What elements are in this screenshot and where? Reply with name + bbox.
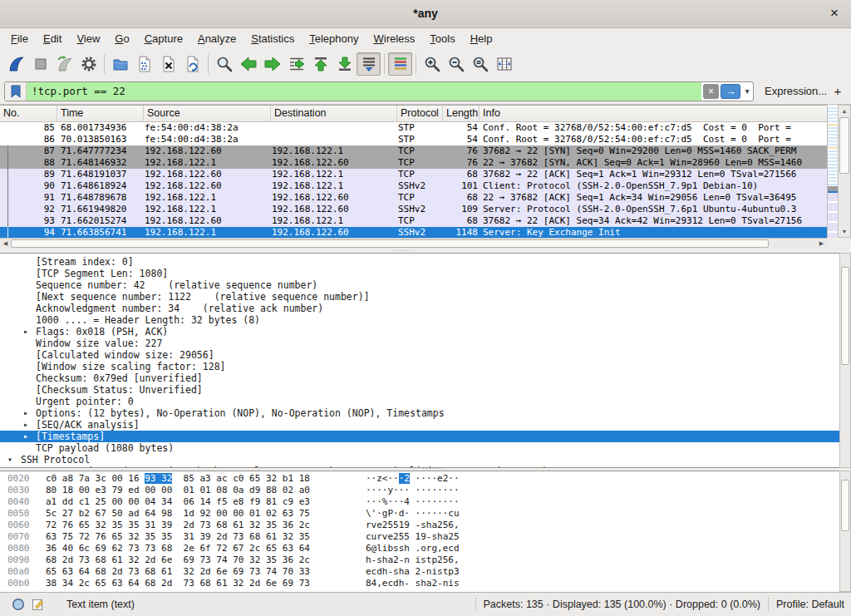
start-capture-button[interactable] <box>4 52 28 76</box>
detail-line[interactable]: Window size value: 227 <box>0 338 839 349</box>
detail-line[interactable]: SSH Version 2 (encryption:chacha20-poly1… <box>0 466 839 468</box>
goto-last-button[interactable] <box>332 52 357 76</box>
column-source[interactable]: Source <box>143 106 270 121</box>
packetlist-hscrollbar[interactable]: ◀ ▶ <box>0 238 827 249</box>
filter-dropdown-button[interactable] <box>741 82 753 101</box>
scroll-up-icon[interactable]: ▲ <box>839 106 850 116</box>
scrollbar-thumb[interactable] <box>11 239 769 248</box>
capture-options-button[interactable] <box>76 52 101 76</box>
detail-line-selected[interactable]: [Timestamps] <box>0 431 839 442</box>
expand-arrow-icon[interactable] <box>27 466 32 468</box>
expand-arrow-icon[interactable] <box>23 419 28 431</box>
autoscroll-toggle-button[interactable] <box>357 52 381 76</box>
zoom-in-button[interactable] <box>420 52 444 76</box>
expression-button[interactable]: Expression... <box>765 81 827 101</box>
open-file-button[interactable] <box>108 52 132 76</box>
reload-file-button[interactable] <box>180 52 204 76</box>
detail-line[interactable]: SSH Protocol <box>0 454 839 466</box>
detail-line[interactable]: [Stream index: 0] <box>0 256 839 268</box>
packet-row[interactable]: 8568.001734936fe:54:00:d4:38:2aSTP54Conf… <box>0 122 827 134</box>
detail-line[interactable]: 1000 .... = Header Length: 32 bytes (8) <box>0 314 839 326</box>
packetlist-vscrollbar[interactable]: ▲ ▼ <box>838 105 851 238</box>
hex-row[interactable]: 0020c0 a8 7a 3c 00 16 93 32 85 a3 ac c0 … <box>0 473 839 485</box>
hex-vscrollbar[interactable] <box>839 471 851 592</box>
menu-file[interactable]: File <box>3 30 36 48</box>
menu-tools[interactable]: Tools <box>422 30 462 48</box>
packet-row[interactable]: 9271.661949820192.168.122.1192.168.122.6… <box>0 204 827 215</box>
hex-row[interactable]: 00a065 63 64 68 2d 73 68 61 32 2d 6e 69 … <box>0 566 839 578</box>
packet-row[interactable]: 8771.647777234192.168.122.60192.168.122.… <box>0 145 827 157</box>
colorize-toggle-button[interactable] <box>388 52 412 76</box>
menu-go[interactable]: Go <box>107 30 136 48</box>
hex-row[interactable]: 0040a1 dd c1 25 00 00 04 34 06 14 f5 e8 … <box>0 496 839 508</box>
packet-row[interactable]: 9071.648618924192.168.122.60192.168.122.… <box>0 180 827 192</box>
display-filter-input[interactable]: !tcp.port == 22 <box>27 82 701 101</box>
scrollbar-thumb[interactable] <box>839 117 849 174</box>
filter-clear-button[interactable] <box>703 84 719 99</box>
detail-line[interactable]: Options: (12 bytes), No-Operation (NOP),… <box>0 407 839 419</box>
column-no[interactable]: No. <box>0 106 57 121</box>
details-vscrollbar[interactable] <box>839 253 851 468</box>
hex-row[interactable]: 006072 76 65 32 35 35 31 39 2d 73 68 61 … <box>0 520 839 531</box>
scrollbar-thumb[interactable] <box>841 267 849 365</box>
detail-line[interactable]: Checksum: 0x79ed [unverified] <box>0 372 839 384</box>
collapse-arrow-icon[interactable] <box>7 454 12 466</box>
detail-line[interactable]: [Checksum Status: Unverified] <box>0 384 839 396</box>
detail-line[interactable]: [SEQ/ACK analysis] <box>0 419 839 431</box>
hex-row[interactable]: 008036 40 6c 69 62 73 73 68 2e 6f 72 67 … <box>0 543 839 554</box>
capture-comment-button[interactable] <box>32 598 45 611</box>
packet-row[interactable]: 8871.648146932192.168.122.1192.168.122.6… <box>0 157 827 169</box>
detail-line[interactable]: [Window size scaling factor: 128] <box>0 361 839 372</box>
detail-line[interactable]: Flags: 0x018 (PSH, ACK) <box>0 326 839 338</box>
scroll-right-icon[interactable]: ▶ <box>816 239 827 249</box>
menu-analyze[interactable]: Analyze <box>190 30 243 48</box>
resize-columns-button[interactable] <box>492 52 516 76</box>
detail-line[interactable]: Urgent pointer: 0 <box>0 396 839 407</box>
goto-packet-button[interactable] <box>284 52 308 76</box>
menu-help[interactable]: Help <box>463 30 500 48</box>
filter-bookmark-button[interactable] <box>5 82 27 101</box>
scroll-down-icon[interactable]: ▼ <box>839 226 850 237</box>
save-file-button[interactable] <box>132 52 156 76</box>
add-filter-button[interactable]: + <box>829 81 846 101</box>
packet-row[interactable]: 8670.013850163fe:54:00:d4:38:2aSTP54Conf… <box>0 134 827 145</box>
menu-capture[interactable]: Capture <box>137 30 190 48</box>
packet-row-selected[interactable]: 9471.663856741192.168.122.1192.168.122.6… <box>0 227 827 239</box>
hex-row[interactable]: 009068 2d 73 68 61 32 2d 6e 69 73 74 70 … <box>0 554 839 566</box>
detail-line[interactable]: TCP payload (1080 bytes) <box>0 442 839 454</box>
hex-row[interactable]: 007063 75 72 76 65 32 35 35 31 39 2d 73 … <box>0 531 839 543</box>
menu-wireless[interactable]: Wireless <box>366 30 423 48</box>
goto-first-button[interactable] <box>308 52 332 76</box>
menu-view[interactable]: View <box>69 30 107 48</box>
detail-line[interactable]: [Next sequence number: 1122 (relative se… <box>0 291 839 303</box>
go-back-button[interactable] <box>236 52 260 76</box>
expand-arrow-icon[interactable] <box>23 431 28 442</box>
expert-info-button[interactable] <box>12 598 25 611</box>
scroll-left-icon[interactable]: ◀ <box>0 239 11 249</box>
expand-arrow-icon[interactable] <box>23 326 28 338</box>
detail-line[interactable]: Acknowledgment number: 34 (relative ack … <box>0 303 839 314</box>
column-length[interactable]: Length <box>442 106 479 121</box>
window-close-button[interactable]: × <box>825 4 844 22</box>
packet-row[interactable]: 8971.648191037192.168.122.60192.168.122.… <box>0 169 827 180</box>
zoom-original-button[interactable] <box>468 52 492 76</box>
scrollbar-thumb[interactable] <box>841 480 849 531</box>
menu-statistics[interactable]: Statistics <box>243 30 302 48</box>
packet-row[interactable]: 9371.662015274192.168.122.60192.168.122.… <box>0 215 827 227</box>
expand-arrow-icon[interactable] <box>23 407 28 419</box>
filter-apply-button[interactable] <box>721 84 740 99</box>
detail-line[interactable]: Sequence number: 42 (relative sequence n… <box>0 279 839 291</box>
hex-row[interactable]: 00505c 27 b2 67 50 ad 64 98 1d 92 00 00 … <box>0 508 839 520</box>
find-packet-button[interactable] <box>212 52 236 76</box>
restart-capture-button[interactable] <box>52 52 76 76</box>
column-protocol[interactable]: Protocol <box>396 106 442 121</box>
packetlist-minimap[interactable] <box>827 106 838 238</box>
go-forward-button[interactable] <box>260 52 284 76</box>
close-file-button[interactable] <box>156 52 180 76</box>
stop-capture-button[interactable] <box>28 52 52 76</box>
hex-row[interactable]: 00b038 34 2c 65 63 64 68 2d 73 68 61 32 … <box>0 578 839 589</box>
column-info[interactable]: Info <box>479 106 827 121</box>
detail-line[interactable]: [Calculated window size: 29056] <box>0 349 839 361</box>
hex-row[interactable]: 003080 18 00 e3 79 ed 00 00 01 01 08 0a … <box>0 485 839 496</box>
status-profile[interactable]: Profile: Default <box>776 599 844 610</box>
